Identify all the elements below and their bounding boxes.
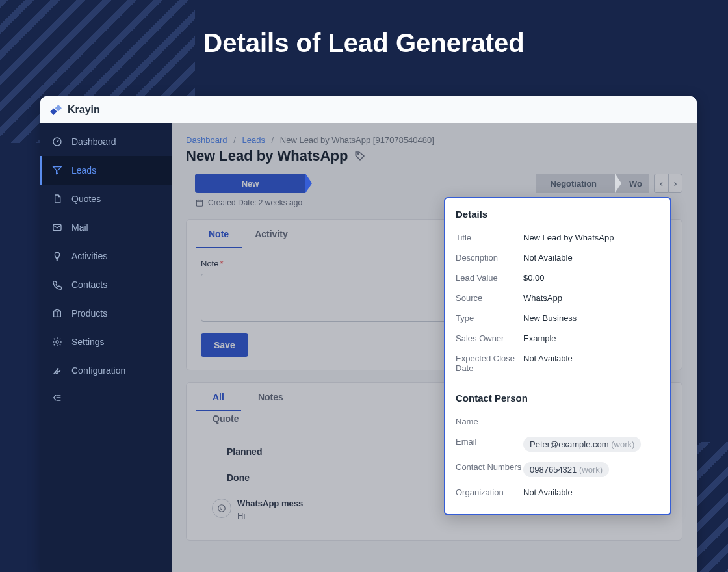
svg-point-5: [56, 341, 58, 343]
detail-lead-value: $0.00: [523, 273, 660, 283]
sidebar-item-dashboard[interactable]: Dashboard: [40, 127, 172, 156]
funnel-icon: [51, 165, 64, 176]
brand-logo-icon: [49, 103, 64, 117]
gauge-icon: [51, 136, 64, 147]
contact-heading: Contact Person: [456, 393, 660, 404]
page-title: Details of Lead Generated: [0, 29, 728, 58]
contact-email: Peter@example.com (work): [523, 437, 660, 452]
gear-icon: [51, 337, 64, 347]
breadcrumb: Dashboard / Leads / New Lead by WhatsApp…: [172, 124, 697, 145]
stage-prev-button[interactable]: ‹: [654, 174, 668, 193]
sidebar-item-label: Activities: [72, 251, 107, 261]
breadcrumb-leads[interactable]: Leads: [242, 135, 265, 145]
main-content: Dashboard / Leads / New Lead by WhatsApp…: [172, 124, 697, 572]
lead-title: New Lead by WhatsApp: [186, 148, 348, 164]
detail-sales-owner: Example: [523, 333, 660, 343]
collapse-icon: [51, 393, 64, 403]
sidebar-item-label: Settings: [72, 337, 105, 347]
mail-icon: [51, 222, 64, 233]
document-icon: [51, 194, 64, 204]
svg-point-6: [357, 153, 358, 155]
bulb-icon: [51, 251, 64, 261]
sidebar-item-label: Quotes: [72, 194, 101, 204]
sidebar-item-leads[interactable]: Leads: [40, 156, 172, 185]
contact-name: [523, 417, 660, 426]
sidebar-item-label: Mail: [72, 222, 88, 233]
contact-numbers: 0987654321 (work): [523, 462, 660, 477]
detail-description: Not Available: [523, 253, 660, 263]
svg-rect-0: [50, 108, 57, 114]
sidebar-item-configuration[interactable]: Configuration: [40, 356, 172, 385]
brand-name: Krayin: [68, 104, 100, 116]
stage-next-button[interactable]: ›: [668, 174, 682, 193]
details-popover: Details TitleNew Lead by WhatsApp Descri…: [444, 197, 671, 515]
breadcrumb-dashboard[interactable]: Dashboard: [186, 135, 228, 145]
breadcrumb-separator: /: [272, 135, 274, 145]
svg-point-8: [218, 505, 226, 512]
detail-title: New Lead by WhatsApp: [523, 233, 660, 242]
calendar-icon: [195, 198, 204, 207]
contact-organization: Not Available: [523, 488, 660, 497]
save-button[interactable]: Save: [201, 333, 248, 357]
box-icon: [51, 308, 64, 318]
sidebar-item-contacts[interactable]: Contacts: [40, 270, 172, 299]
sidebar-item-products[interactable]: Products: [40, 299, 172, 328]
app-window: Krayin Dashboard Leads Quotes Mail: [40, 96, 697, 572]
breadcrumb-separator: /: [233, 135, 236, 145]
stage-new[interactable]: New: [195, 174, 306, 193]
sidebar-collapse-toggle[interactable]: [40, 385, 172, 411]
details-heading: Details: [456, 209, 660, 220]
topbar: Krayin: [40, 96, 697, 124]
sidebar-item-quotes[interactable]: Quotes: [40, 185, 172, 213]
detail-expected-close: Not Available: [523, 354, 660, 373]
detail-type: New Business: [523, 313, 660, 323]
activity-tab-all[interactable]: All: [196, 383, 241, 411]
sidebar-item-settings[interactable]: Settings: [40, 328, 172, 356]
whatsapp-icon: [212, 499, 231, 518]
sidebar-item-label: Dashboard: [72, 136, 116, 147]
sidebar: Dashboard Leads Quotes Mail Activities C…: [40, 124, 172, 572]
tag-icon[interactable]: [354, 150, 366, 162]
breadcrumb-current: New Lead by WhatsApp [917078540480]: [280, 135, 434, 145]
sidebar-item-label: Products: [72, 308, 107, 318]
timeline-item-body: Hi: [237, 511, 303, 521]
tab-activity[interactable]: Activity: [242, 220, 301, 248]
svg-rect-1: [55, 105, 62, 111]
pipeline-stages: New Negotiation Wo ‹ ›: [172, 174, 697, 193]
svg-rect-7: [196, 200, 202, 206]
phone-icon: [51, 280, 64, 290]
sidebar-item-label: Leads: [72, 165, 96, 176]
stage-negotiation[interactable]: Negotiation: [536, 174, 616, 193]
sidebar-item-label: Configuration: [72, 365, 125, 376]
tab-note[interactable]: Note: [196, 220, 242, 248]
timeline-item-title: WhatsApp mess: [237, 499, 303, 508]
sidebar-item-mail[interactable]: Mail: [40, 213, 172, 242]
detail-source: WhatsApp: [523, 293, 660, 303]
wrench-icon: [51, 365, 64, 376]
stage-pager: ‹ ›: [654, 174, 682, 193]
activity-tab-notes[interactable]: Notes: [241, 383, 300, 411]
sidebar-item-activities[interactable]: Activities: [40, 242, 172, 270]
sidebar-item-label: Contacts: [72, 280, 107, 290]
